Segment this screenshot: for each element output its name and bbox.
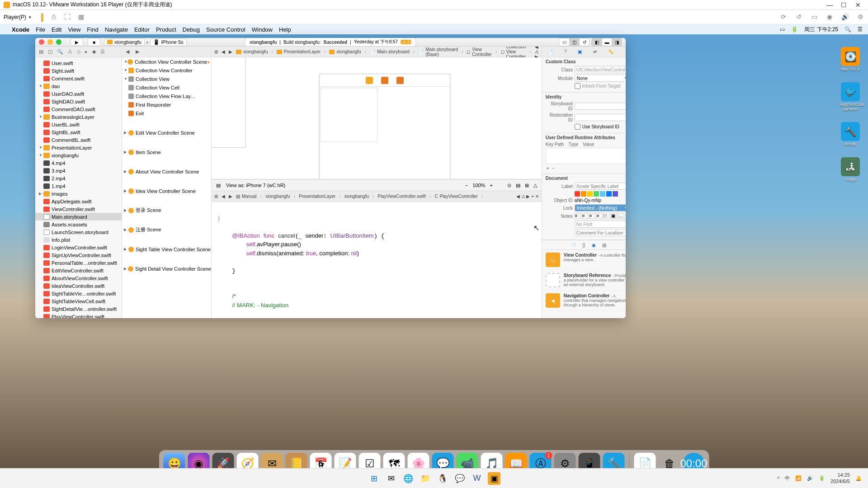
help-inspector-icon[interactable]: ? bbox=[564, 49, 567, 54]
tools-icon[interactable]: ⚙ bbox=[856, 13, 864, 21]
font-display[interactable] bbox=[575, 221, 626, 228]
fullscreen-icon[interactable]: ⛶ bbox=[63, 13, 71, 21]
assistant-editor-button[interactable]: ◫ bbox=[569, 38, 579, 46]
file-tree-item[interactable]: ▼BusinesslogicLayer bbox=[35, 113, 122, 121]
taskbar-explorer[interactable]: 📁 bbox=[419, 472, 432, 485]
desktop-icon-xcode[interactable]: 🔨Xcode bbox=[840, 122, 861, 146]
restoration-id-input[interactable] bbox=[575, 114, 626, 121]
taskbar-word[interactable]: W bbox=[471, 472, 483, 485]
stop-button[interactable]: ■ bbox=[88, 38, 100, 46]
tray-notifications-icon[interactable]: 🔔 bbox=[855, 475, 862, 481]
attributes-inspector-icon[interactable]: ⇄ bbox=[593, 49, 597, 54]
scene-outline-tree[interactable]: ▼Collection View Controller Scene●▼Colle… bbox=[122, 57, 211, 318]
file-tree-item[interactable]: LoginViewController.swift bbox=[35, 244, 122, 251]
close-button[interactable]: ✕ bbox=[852, 1, 864, 9]
disk-icon[interactable]: ▭ bbox=[810, 13, 818, 21]
forward-icon[interactable]: ▶ bbox=[229, 49, 232, 54]
file-tree-item[interactable]: LaunchScreen.storyboard bbox=[35, 228, 122, 236]
project-file-tree[interactable]: User.swiftSight.swiftComment.swift▼daoUs… bbox=[35, 57, 122, 318]
library-item-vc[interactable]: ◻View Controller - A controller that man… bbox=[542, 250, 626, 270]
first-responder-icon[interactable] bbox=[381, 77, 388, 84]
outline-fwd-button[interactable]: ▶ bbox=[136, 49, 139, 55]
library-item-navc[interactable]: ◀Navigation Controller - A controller th… bbox=[542, 291, 626, 311]
file-tree-item[interactable]: Info.plist bbox=[35, 236, 122, 244]
ib-canvas[interactable]: r bbox=[212, 57, 542, 179]
file-tree-item[interactable]: SightDAO.swift bbox=[35, 98, 122, 105]
warning-badge[interactable]: ⚠ 3 bbox=[401, 40, 411, 44]
taskbar-vmware[interactable]: ▣ bbox=[488, 472, 500, 485]
file-tree-item[interactable]: PlayViewController.swift bbox=[35, 313, 122, 318]
menu-help[interactable]: Help bbox=[279, 26, 291, 33]
taskbar-qq[interactable]: 🐧 bbox=[436, 472, 449, 485]
lock-select[interactable]: Inherited - (Nothing) bbox=[575, 204, 626, 211]
tray-volume-icon[interactable]: 🔊 bbox=[807, 475, 813, 481]
notes-comment-input[interactable] bbox=[575, 229, 626, 236]
file-tree-item[interactable]: UserDAO.swift bbox=[35, 90, 122, 98]
usb-icon[interactable]: ⟳ bbox=[779, 13, 788, 21]
file-tree-item[interactable]: ViewController.swift bbox=[35, 205, 122, 213]
outline-item[interactable]: ▶登录 Scene bbox=[122, 206, 211, 215]
file-tree-item[interactable]: 4.mp4 bbox=[35, 159, 122, 167]
minimize-button[interactable] bbox=[47, 39, 53, 45]
file-tree-item[interactable]: ▼xiongbangfu bbox=[35, 151, 122, 159]
left-pane-button[interactable]: ◧ bbox=[592, 38, 602, 46]
file-tree-item[interactable]: IdeaViewController.swift bbox=[35, 282, 122, 290]
menu-navigate[interactable]: Navigate bbox=[105, 26, 128, 33]
canvas-collection-cell[interactable] bbox=[321, 88, 377, 142]
maximize-button[interactable]: ☐ bbox=[838, 1, 850, 9]
outline-item[interactable]: ▶注册 Scene bbox=[122, 225, 211, 234]
menu-edit[interactable]: Edit bbox=[52, 26, 61, 33]
exit-icon[interactable] bbox=[396, 77, 404, 84]
file-tree-item[interactable]: 3.mp4 bbox=[35, 167, 122, 174]
outline-item[interactable]: ▶Sight Detail View Controller Scene bbox=[122, 264, 211, 273]
color-swatch[interactable] bbox=[575, 191, 580, 197]
unity-icon[interactable]: ▦ bbox=[77, 13, 85, 21]
spotlight-icon[interactable]: 🔍 bbox=[844, 26, 851, 33]
doc-label-input[interactable] bbox=[575, 183, 626, 190]
related-icon[interactable]: ⊞ bbox=[214, 49, 218, 54]
close-button[interactable] bbox=[39, 39, 44, 45]
assistant-jump-bar[interactable]: ⊞ ◀ ▶ ▤ Manual xiongbangfu PresentationL… bbox=[212, 191, 542, 202]
size-inspector-icon[interactable]: 📏 bbox=[608, 49, 613, 54]
pause-button[interactable]: ‖ bbox=[40, 12, 44, 22]
code-snippet-lib-icon[interactable]: {} bbox=[582, 243, 585, 248]
outline-item[interactable]: ▼Collection View Controller bbox=[122, 66, 211, 75]
desktop-icon-macosx[interactable]: 💽Mac OS X bbox=[840, 47, 861, 71]
menu-sourcecontrol[interactable]: Source Control bbox=[206, 26, 245, 33]
module-select[interactable]: None bbox=[575, 75, 626, 82]
cd-icon[interactable]: ◉ bbox=[826, 13, 834, 21]
file-tree-item[interactable]: CommentBL.swift bbox=[35, 136, 122, 144]
pin-icon[interactable]: ⊞ bbox=[525, 183, 529, 188]
outline-item[interactable]: ▼Collection View bbox=[122, 75, 211, 83]
project-nav-icon[interactable]: ▤ bbox=[39, 49, 43, 55]
file-tree-item[interactable]: AppDelegate.swift bbox=[35, 197, 122, 205]
scheme-selector[interactable]: xiongbangfu bbox=[104, 38, 145, 46]
zoom-button[interactable] bbox=[56, 39, 61, 45]
file-inspector-icon[interactable]: 📄 bbox=[547, 49, 553, 54]
issue-nav-icon[interactable]: ⚠ bbox=[68, 49, 72, 55]
report-nav-icon[interactable]: ☰ bbox=[100, 49, 105, 55]
file-tree-item[interactable]: EditViewController.swift bbox=[35, 267, 122, 274]
outline-item[interactable]: ▶Sight Table View Controller Scene bbox=[122, 245, 211, 253]
view-as-label[interactable]: View as: iPhone 7 (wC hR) bbox=[226, 183, 285, 188]
menu-file[interactable]: File bbox=[36, 26, 45, 33]
debug-nav-icon[interactable]: ▸ bbox=[85, 49, 88, 55]
file-tree-item[interactable]: SightTableViewCell.swift bbox=[35, 297, 122, 305]
notifications-icon[interactable]: ☰ bbox=[858, 26, 863, 33]
outline-item[interactable]: ▶Item Scene bbox=[122, 148, 211, 156]
file-tree-item[interactable]: Main.storyboard bbox=[35, 213, 122, 221]
object-lib-icon[interactable]: ◉ bbox=[592, 243, 596, 248]
menu-product[interactable]: Product bbox=[156, 26, 176, 33]
tray-wifi-icon[interactable]: 📶 bbox=[795, 475, 802, 481]
file-tree-item[interactable]: PersonalTable…ontroller.swift bbox=[35, 259, 122, 267]
menu-window[interactable]: Window bbox=[252, 26, 273, 33]
menu-view[interactable]: View bbox=[68, 26, 80, 33]
navigator-tabs[interactable]: ▤ ◫ 🔍 ⚠ ◇ ▸ ◆ ☰ bbox=[35, 47, 122, 57]
taskbar-mail[interactable]: ✉ bbox=[385, 472, 397, 485]
canvas-collection-vc[interactable] bbox=[319, 74, 450, 179]
sound-icon[interactable]: 🔊 bbox=[841, 13, 849, 21]
vc-identity-icon[interactable] bbox=[366, 77, 373, 84]
bottom-pane-button[interactable]: ▬ bbox=[602, 38, 612, 46]
outline-item[interactable]: Exit bbox=[122, 109, 211, 117]
doc-outline-toggle[interactable]: ▤ bbox=[216, 183, 221, 188]
